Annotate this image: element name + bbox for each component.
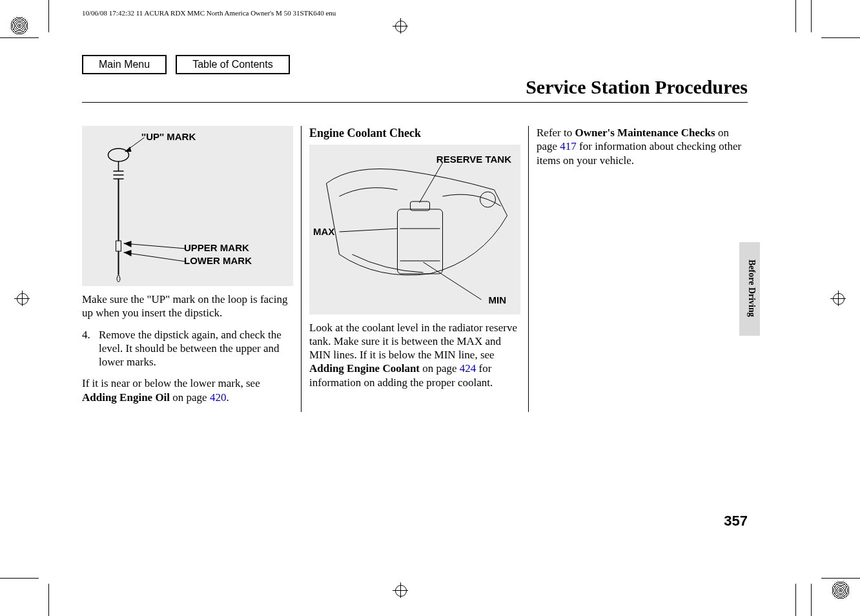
lower-mark-label: LOWER MARK (184, 255, 252, 267)
crop-mark (0, 578, 39, 579)
svg-marker-7 (124, 241, 132, 247)
text-fragment: on page (170, 391, 210, 404)
text-fragment: Look at the coolant level in the radiato… (309, 322, 517, 362)
header-metadata: 10/06/08 17:42:32 11 ACURA RDX MMC North… (82, 9, 336, 17)
content-columns: ''UP'' MARK UPPER MARK LOWER MARK Make s… (82, 126, 748, 412)
registration-mark-icon (830, 291, 846, 306)
crop-mark (811, 0, 812, 32)
text-fragment: Refer to (537, 127, 575, 139)
min-label: MIN (489, 294, 507, 307)
dipstick-figure: ''UP'' MARK UPPER MARK LOWER MARK (82, 126, 293, 286)
registration-mark-icon (393, 582, 408, 598)
engine-coolant-heading: Engine Coolant Check (309, 126, 520, 141)
svg-line-8 (124, 252, 186, 262)
nav-buttons: Main Menu Table of Contents (82, 55, 290, 74)
dipstick-instruction: Make sure the "UP" mark on the loop is f… (82, 293, 293, 320)
svg-line-6 (124, 243, 186, 249)
title-rule (82, 102, 748, 103)
column-2: Engine Coolant Check RESERVE TANK MAX MI… (301, 126, 529, 412)
crop-mark (821, 37, 860, 38)
crop-mark (48, 584, 49, 616)
upper-mark-label: UPPER MARK (184, 242, 249, 254)
text-fragment: If it is near or below the lower mark, s… (82, 377, 260, 389)
main-menu-button[interactable]: Main Menu (82, 55, 167, 74)
step-text: Remove the dipstick again, and check the… (99, 328, 293, 369)
column-3: Refer to Owner's Maintenance Checks on p… (529, 126, 748, 412)
svg-marker-9 (124, 250, 132, 256)
text-fragment: . (226, 391, 229, 404)
section-label: Before Driving (746, 260, 757, 317)
crop-mark (0, 37, 39, 38)
column-1: ''UP'' MARK UPPER MARK LOWER MARK Make s… (82, 126, 301, 412)
crop-mark (795, 584, 796, 616)
crop-mark (795, 0, 796, 32)
swirl-mark-icon (831, 580, 850, 600)
svg-point-0 (108, 149, 129, 161)
crop-mark (821, 578, 860, 579)
coolant-illustration (309, 145, 520, 314)
svg-rect-2 (116, 241, 121, 251)
adding-engine-coolant-ref: Adding Engine Coolant (309, 362, 420, 375)
svg-line-15 (340, 229, 398, 232)
text-fragment: on page (420, 362, 460, 375)
up-mark-label: ''UP'' MARK (141, 131, 196, 143)
max-label: MAX (313, 226, 334, 238)
svg-line-16 (424, 262, 482, 300)
page-title: Service Station Procedures (526, 76, 748, 98)
registration-mark-icon (14, 291, 30, 306)
crop-mark (811, 584, 812, 616)
svg-line-17 (420, 163, 443, 203)
step-number: 4. (82, 328, 99, 369)
owners-maintenance-ref: Owner's Maintenance Checks (575, 127, 715, 139)
maintenance-checks-note: Refer to Owner's Maintenance Checks on p… (537, 126, 748, 167)
table-of-contents-button[interactable]: Table of Contents (176, 55, 290, 74)
page-417-link[interactable]: 417 (560, 140, 577, 152)
coolant-figure: RESERVE TANK MAX MIN (309, 145, 520, 314)
swirl-mark-icon (10, 16, 29, 36)
coolant-instruction: Look at the coolant level in the radiato… (309, 321, 520, 389)
adding-engine-oil-ref: Adding Engine Oil (82, 391, 170, 404)
step-4: 4. Remove the dipstick again, and check … (82, 328, 293, 369)
crop-mark (48, 0, 49, 32)
svg-rect-10 (398, 209, 443, 274)
reserve-tank-label: RESERVE TANK (436, 154, 511, 166)
registration-mark-icon (393, 18, 408, 34)
oil-low-note: If it is near or below the lower mark, s… (82, 376, 293, 404)
page-number: 357 (724, 513, 748, 529)
page-420-link[interactable]: 420 (210, 391, 227, 404)
page-424-link[interactable]: 424 (460, 362, 476, 375)
